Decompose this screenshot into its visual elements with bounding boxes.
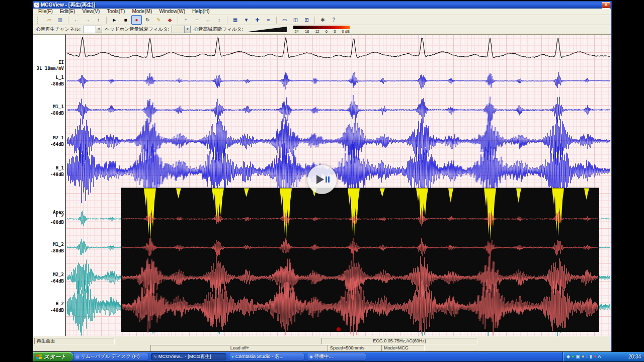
app-icon: ∿	[34, 3, 39, 8]
tray-shield-icon[interactable]: ●	[572, 354, 574, 359]
toolbar-zoom-out-button[interactable]: −	[192, 15, 202, 25]
toolbar-stop-button[interactable]: ■	[120, 15, 131, 25]
status-mode: Mode=MCG	[381, 345, 425, 351]
tray-display-icon[interactable]: ▣	[576, 354, 580, 359]
task-icon: ∿	[153, 355, 157, 359]
channel-db-L_2: -80dB	[50, 220, 64, 225]
status-speed: Speed=500mm/s	[328, 345, 384, 351]
toolbar-settings-button[interactable]: ✱	[317, 15, 328, 25]
toolbar-zoom-in-button[interactable]: +	[181, 15, 191, 25]
menu-file[interactable]: File(F)	[35, 9, 56, 15]
toolbar-nav-back-button[interactable]: ←	[71, 15, 82, 25]
task-label: リムーバブル ディスク (F:)	[81, 353, 140, 360]
play-icon	[316, 175, 324, 184]
toolbar-measure-button[interactable]: ✚	[252, 15, 263, 25]
tray-volume-icon[interactable]: ◆	[567, 354, 570, 359]
toolbar-loop-button[interactable]: ↻	[142, 15, 153, 25]
toolbar-nav-up-button[interactable]: ↑	[93, 15, 104, 25]
toolbar-separator	[276, 17, 277, 24]
toolbar-filter-button[interactable]: ≈	[263, 15, 274, 25]
channel-scale-label: 3L 10mm/mV	[37, 66, 64, 71]
toolbar-record-button[interactable]: ●	[131, 15, 142, 25]
channel-db-M2_2: -64dB	[50, 279, 64, 284]
menu-window[interactable]: Window(W)	[155, 9, 189, 15]
taskbar-task-1[interactable]: ▤リムーバブル ディスク (F:)	[73, 353, 148, 360]
channel-db-M1_1: -80dB	[50, 111, 64, 116]
windows-logo-icon	[36, 354, 42, 359]
status-lead-off: Lead off+	[150, 345, 329, 351]
toolbar-separator	[178, 17, 178, 24]
tray-network-icon[interactable]: ↕	[586, 354, 588, 359]
toolbar-marker-button[interactable]: ▼	[241, 15, 252, 25]
menu-mode[interactable]: Mode(M)	[128, 9, 155, 15]
channel-db-M2_1: -64dB	[50, 142, 64, 147]
task-label: 待機中...	[314, 353, 333, 360]
toolbar-layout-single-button[interactable]: ▭	[279, 15, 290, 25]
menu-help[interactable]: Help(H)	[189, 9, 213, 15]
channel-label-H_1: H_1	[56, 165, 64, 170]
task-label: Camtasia Studio - 名...	[235, 353, 284, 360]
menu-edit[interactable]: Edit(E)	[56, 9, 79, 15]
db-scale: -24-18-12-6-3-0 dB	[293, 26, 350, 34]
chevron-down-icon: ▼	[96, 26, 102, 33]
toolbar-buttons: ▱▥←→↑►■●↻✎◆+−↔↕▦▼✚≈▭◫⊞✱?	[44, 15, 339, 25]
tray-usb-icon[interactable]: ▮	[590, 354, 592, 359]
task-label: MCGView... - [MCG再生]	[158, 353, 211, 360]
headphone-filter-value	[172, 26, 184, 33]
menu-view[interactable]: View(V)	[78, 9, 103, 15]
db-tick: -0 dB	[341, 29, 350, 34]
taskbar-task-3[interactable]: ●Camtasia Studio - 名...	[229, 353, 304, 360]
playback-channel-select[interactable]: ▼	[83, 26, 102, 33]
toolbar-separator	[106, 17, 107, 24]
channel-label-L_1: L_1	[56, 75, 64, 80]
channel-label-M2_2: M2_2	[53, 272, 64, 277]
channel-db-H_2: -48dB	[50, 308, 64, 313]
screen: ∿ MCGView - [再生(再生)] ✕ File(F)Edit(E)Vie…	[0, 0, 644, 362]
taskbar-task-2[interactable]: ∿MCGView... - [MCG再生]	[151, 353, 226, 360]
playback-channel-value	[84, 26, 96, 33]
toolbar-fit-width-button[interactable]: ↔	[203, 15, 213, 25]
status-ecg-filter: ECG:0.05-75Hz,AC(60Hz)	[321, 338, 477, 344]
tray-ime-icon[interactable]: A	[598, 354, 601, 359]
toolbar-layout-quad-button[interactable]: ⊞	[301, 15, 312, 25]
close-button[interactable]: ✕	[602, 2, 610, 9]
db-gradient-bar	[293, 26, 350, 29]
menu-tools[interactable]: Tools(T)	[103, 9, 128, 15]
playback-channel-label: 心音再生チャンネル:	[36, 26, 80, 33]
marker-dot	[337, 327, 341, 331]
titlebar[interactable]: ∿ MCGView - [再生(再生)] ✕	[33, 2, 611, 9]
channel-db-H_1: -48dB	[50, 172, 64, 177]
db-tick: -6	[324, 29, 328, 34]
statusbar: 再生画面 ECG:0.05-75Hz,AC(60Hz) Lead off+ Sp…	[33, 336, 611, 351]
toolbar-annotate-button[interactable]: ✎	[153, 15, 164, 25]
headphone-filter-select[interactable]: ▼	[172, 26, 191, 33]
waveform-M2_1	[67, 117, 610, 165]
toolbar-help-button[interactable]: ?	[329, 15, 339, 25]
toolbar-nav-forward-button[interactable]: →	[82, 15, 93, 25]
toolbar-open-button[interactable]: ▱	[44, 15, 54, 25]
task-icon: ▤	[75, 355, 79, 359]
headphone-filter-label: ヘッドホン音量減衰フィルタ:	[105, 26, 169, 33]
tray-alert-icon[interactable]: ●	[594, 354, 596, 359]
video-play-overlay[interactable]	[307, 165, 337, 194]
taskbar: スタート ▤リムーバブル ディスク (F:)∿MCGView... - [MCG…	[33, 352, 644, 361]
toolbar-layout-split-button[interactable]: ◫	[290, 15, 301, 25]
channel-db-L_1: -80dB	[50, 81, 64, 86]
toolbar-grid-button[interactable]: ▦	[230, 15, 240, 25]
db-tick-labels: -24-18-12-6-3-0 dB	[293, 29, 350, 34]
audio-controls-bar: 心音再生チャンネル: ▼ ヘッドホン音量減衰フィルタ: ▼ 心音高域遮断フィルタ…	[33, 25, 611, 34]
tray-update-icon[interactable]: ●	[582, 354, 584, 359]
start-button[interactable]: スタート	[33, 352, 73, 361]
waveform-plot[interactable]	[65, 34, 611, 336]
toolbar-event-mark-button[interactable]: ◆	[165, 15, 175, 25]
chevron-down-icon: ▼	[184, 26, 190, 33]
db-tick: -18	[303, 29, 309, 34]
toolbar-save-button[interactable]: ▥	[55, 15, 65, 25]
toolbar-play-button[interactable]: ►	[109, 15, 120, 25]
toolbar-fit-height-button[interactable]: ↕	[214, 15, 224, 25]
channel-label-M1_2: M1_2	[53, 242, 64, 247]
toolbar-grip[interactable]	[37, 17, 40, 24]
tray-icons: ◆●▣●↕▮●A	[567, 354, 601, 359]
taskbar-task-4[interactable]: ◉待機中...	[307, 353, 366, 360]
task-icon: ●	[231, 355, 234, 359]
